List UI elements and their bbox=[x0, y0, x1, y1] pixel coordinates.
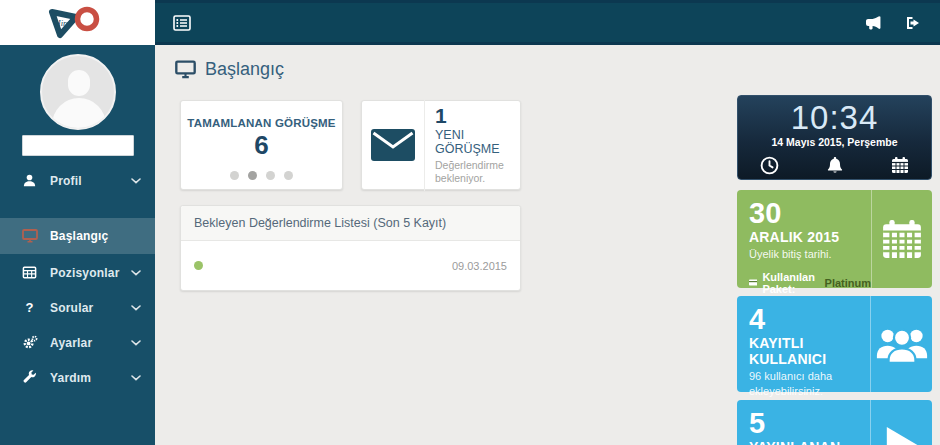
sidebar: Hire Profil Başlangıç bbox=[0, 0, 155, 445]
users-icon bbox=[870, 296, 932, 392]
card-value: 1 bbox=[435, 105, 520, 126]
clock-time: 10:34 bbox=[738, 99, 931, 137]
clock-tab-button[interactable] bbox=[760, 156, 779, 175]
list-item[interactable]: 09.03.2015 bbox=[181, 241, 520, 290]
carousel-dot[interactable] bbox=[284, 171, 293, 180]
credit-card-icon bbox=[749, 278, 757, 287]
new-interview-info: 1 YENI GÖRÜŞME Değerlendirme bekleniyor. bbox=[424, 99, 520, 191]
table-icon bbox=[21, 265, 38, 280]
sidebar-item-pozisyonlar[interactable]: Pozisyonlar bbox=[0, 255, 155, 290]
page-header: Başlangıç bbox=[155, 45, 940, 80]
membership-day: 30 bbox=[749, 198, 871, 228]
svg-text:Hire: Hire bbox=[53, 17, 69, 27]
clock-icon bbox=[760, 156, 779, 175]
hire-logo-icon: Hire bbox=[37, 4, 119, 42]
gears-icon bbox=[21, 335, 38, 350]
package-row: Kullanılan Paket: Platinum bbox=[749, 271, 871, 295]
row-date: 09.03.2015 bbox=[452, 260, 507, 272]
sidebar-menu: Profil Başlangıç Pozisyonlar bbox=[0, 163, 155, 395]
clock-date: 14 Mayıs 2015, Perşembe bbox=[738, 136, 931, 148]
topbar bbox=[155, 0, 940, 45]
panel-title: Bekleyen Değerlendirme Listesi (Son 5 Ka… bbox=[181, 206, 520, 241]
registered-users-widget[interactable]: 4 KAYITLI KULLANICI 96 kullanıcı daha ek… bbox=[737, 296, 932, 392]
sidebar-item-label: Ayarlar bbox=[50, 336, 92, 350]
package-label: Kullanılan Paket: bbox=[762, 271, 819, 295]
users-count: 4 bbox=[749, 304, 870, 334]
bell-icon bbox=[827, 156, 843, 174]
bullhorn-icon bbox=[865, 15, 882, 30]
card-title: TAMAMLANAN GÖRÜŞME bbox=[181, 117, 342, 129]
announcements-button[interactable] bbox=[860, 10, 886, 36]
topbar-actions bbox=[860, 10, 926, 36]
sidebar-item-label: Pozisyonlar bbox=[50, 266, 120, 280]
chevron-down-icon bbox=[131, 270, 141, 276]
card-value: 6 bbox=[181, 131, 342, 160]
sidebar-toggle-button[interactable] bbox=[169, 10, 195, 36]
sidebar-item-label: Başlangıç bbox=[50, 229, 109, 243]
wrench-icon bbox=[21, 370, 38, 385]
membership-subtitle: Üyelik bitiş tarihi. bbox=[749, 247, 871, 261]
logout-button[interactable] bbox=[900, 10, 926, 36]
calendar-tab-button[interactable] bbox=[891, 156, 909, 175]
chevron-down-icon bbox=[131, 305, 141, 311]
envelope-icon bbox=[362, 129, 424, 161]
card-subtitle: Değerlendirme bekleniyor. bbox=[435, 159, 520, 185]
completed-interviews-card: TAMAMLANAN GÖRÜŞME 6 bbox=[180, 100, 343, 190]
membership-info: 30 ARALIK 2015 Üyelik bitiş tarihi. Kull… bbox=[737, 190, 871, 288]
users-info: 4 KAYITLI KULLANICI 96 kullanıcı daha ek… bbox=[737, 296, 870, 392]
clock-widget-tabs bbox=[738, 148, 931, 175]
sign-out-icon bbox=[905, 15, 921, 31]
ads-title: YAYINLANAN İLAN bbox=[749, 439, 870, 445]
calendar-icon bbox=[891, 156, 909, 174]
sidebar-item-ayarlar[interactable]: Ayarlar bbox=[0, 325, 155, 360]
sidebar-item-label: Sorular bbox=[50, 301, 93, 315]
card-title: YENI GÖRÜŞME bbox=[435, 128, 520, 156]
ads-count: 5 bbox=[749, 408, 870, 438]
new-interview-card: 1 YENI GÖRÜŞME Değerlendirme bekleniyor. bbox=[361, 100, 521, 190]
sidebar-item-sorular[interactable]: ? Sorular bbox=[0, 290, 155, 325]
question-icon: ? bbox=[21, 301, 38, 314]
alarm-tab-button[interactable] bbox=[827, 156, 843, 175]
published-ads-widget[interactable]: 5 YAYINLANAN İLAN bbox=[737, 400, 932, 445]
desktop-icon bbox=[175, 60, 196, 79]
membership-month: ARALIK 2015 bbox=[749, 229, 871, 245]
avatar-head bbox=[68, 70, 90, 96]
desktop-icon bbox=[21, 229, 38, 243]
sidebar-item-profil[interactable]: Profil bbox=[0, 163, 155, 198]
user-icon bbox=[21, 173, 38, 188]
main-content: Başlangıç TAMAMLANAN GÖRÜŞME 6 1 bbox=[155, 45, 940, 445]
package-value: Platinum bbox=[825, 277, 871, 289]
avatar-torso bbox=[52, 98, 106, 130]
sidebar-item-label: Yardım bbox=[50, 371, 91, 385]
app-window: Hire Profil Başlangıç bbox=[0, 0, 940, 445]
chevron-down-icon bbox=[131, 375, 141, 381]
profile-name-input[interactable] bbox=[22, 135, 134, 156]
avatar[interactable] bbox=[40, 54, 116, 130]
carousel-dot[interactable] bbox=[266, 171, 275, 180]
membership-widget[interactable]: 30 ARALIK 2015 Üyelik bitiş tarihi. Kull… bbox=[737, 190, 932, 288]
play-icon bbox=[870, 400, 932, 445]
pending-evaluation-panel: Bekleyen Değerlendirme Listesi (Son 5 Ka… bbox=[180, 205, 521, 291]
chevron-down-icon bbox=[131, 340, 141, 346]
carousel-dot-active[interactable] bbox=[248, 171, 257, 180]
carousel-dot[interactable] bbox=[230, 171, 239, 180]
sidebar-item-yardim[interactable]: Yardım bbox=[0, 360, 155, 395]
status-dot-icon bbox=[194, 261, 203, 270]
list-toggle-icon bbox=[173, 15, 191, 31]
sidebar-item-label: Profil bbox=[50, 174, 82, 188]
calendar-icon bbox=[871, 190, 932, 288]
page-title: Başlangıç bbox=[205, 59, 284, 80]
brand-logo[interactable]: Hire bbox=[0, 0, 155, 45]
carousel-dots bbox=[181, 171, 342, 180]
ads-info: 5 YAYINLANAN İLAN bbox=[737, 400, 870, 445]
users-subtitle: 96 kullanıcı daha ekleyebilirsiniz. bbox=[749, 369, 869, 398]
users-title: KAYITLI KULLANICI bbox=[749, 335, 870, 367]
sidebar-item-baslangic[interactable]: Başlangıç bbox=[0, 218, 155, 254]
clock-widget: 10:34 14 Mayıs 2015, Perşembe bbox=[737, 95, 932, 180]
chevron-down-icon bbox=[131, 178, 141, 184]
